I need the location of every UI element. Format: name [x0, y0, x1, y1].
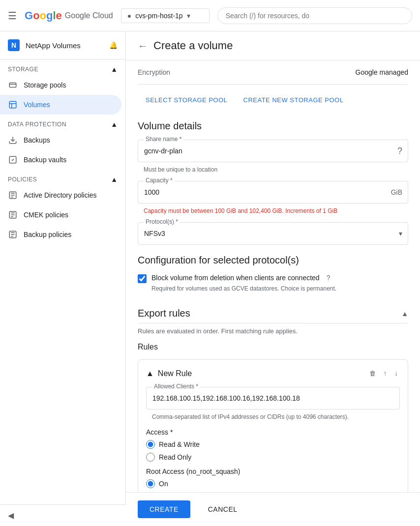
cmek-icon [8, 210, 18, 220]
create-new-storage-pool-tab[interactable]: CREATE NEW STORAGE POOL [236, 92, 352, 109]
page-title: Create a volume [153, 39, 233, 52]
access-title: Access * [146, 428, 400, 436]
active-directory-label: Active Directory policies [24, 191, 97, 199]
share-name-help-icon[interactable]: ? [397, 146, 402, 156]
volumes-item[interactable]: Volumes [0, 95, 121, 115]
menu-icon[interactable]: ☰ [8, 10, 17, 22]
capacity-input[interactable] [138, 181, 408, 204]
root-access-on-radio[interactable] [146, 479, 155, 488]
svg-rect-1 [9, 101, 16, 108]
create-button[interactable]: CREATE [138, 500, 190, 518]
share-name-input[interactable] [138, 140, 408, 162]
rule-up-button[interactable]: ↑ [382, 368, 389, 379]
backup-vaults-label: Backup vaults [24, 156, 66, 164]
export-rules-title: Export rules [138, 308, 190, 319]
rule-card-title: ▲ New Rule [146, 369, 192, 378]
storage-pools-icon [8, 80, 18, 90]
dropdown-icon: ▾ [187, 12, 190, 20]
export-rules-chevron[interactable]: ▲ [401, 310, 408, 318]
capacity-hint: Capacity must be between 100 GiB and 102… [138, 207, 408, 214]
search-input[interactable] [217, 7, 412, 24]
encryption-label: Encryption [138, 68, 170, 76]
configuration-title: Configuration for selected protocol(s) [138, 255, 408, 266]
content-body: Encryption Google managed SELECT STORAGE… [126, 60, 420, 526]
cancel-button[interactable]: CANCEL [196, 500, 249, 518]
protocol-select-wrapper: NFSv3 NFSv4 SMB NFSv3 and SMB ▾ [138, 222, 408, 245]
data-protection-collapse-icon: ▲ [111, 120, 118, 128]
allowed-clients-hint: Comma-separated list of IPv4 addresses o… [146, 413, 400, 420]
share-name-label: Share name * [144, 136, 183, 143]
capacity-field: Capacity * GiB [138, 181, 408, 204]
block-deletion-checkbox[interactable] [138, 274, 147, 283]
share-name-field: Share name * ? [138, 140, 408, 162]
project-selector[interactable]: ● cvs-pm-host-1p ▾ [121, 8, 210, 23]
share-name-hint: Must be unique to a location [138, 166, 408, 173]
sidebar-header: N NetApp Volumes 🔔 [0, 31, 125, 59]
cmek-item[interactable]: CMEK policies [0, 205, 121, 225]
backups-item[interactable]: Backups [0, 130, 121, 150]
select-storage-pool-tab[interactable]: SELECT STORAGE POOL [138, 92, 236, 109]
protocol-select[interactable]: NFSv3 NFSv4 SMB NFSv3 and SMB [138, 222, 408, 245]
backup-policies-icon [8, 230, 18, 239]
data-protection-section-header[interactable]: Data protection ▲ [0, 115, 125, 130]
backups-label: Backups [24, 136, 50, 144]
data-protection-title: Data protection [8, 121, 66, 128]
block-deletion-help-icon[interactable]: ? [327, 274, 330, 282]
volume-details-title: Volume details [138, 120, 408, 132]
read-write-row: Read & Write [146, 440, 400, 449]
root-access-title: Root Access (no_root_squash) [146, 468, 400, 475]
rule-title-text: New Rule [158, 369, 192, 378]
backup-policies-item[interactable]: Backup policies [0, 225, 121, 244]
app-title: NetApp Volumes [26, 41, 81, 50]
read-only-radio[interactable] [146, 453, 155, 462]
backup-vaults-item[interactable]: Backup vaults [0, 150, 121, 170]
storage-pools-item[interactable]: Storage pools [0, 75, 121, 95]
sidebar-collapse-button[interactable]: ◀ [8, 511, 14, 520]
content-area: ← Create a volume Encryption Google mana… [126, 31, 420, 526]
allowed-clients-field: Allowed Clients * [146, 387, 400, 409]
capacity-label: Capacity * [144, 177, 175, 184]
volumes-label: Volumes [24, 101, 50, 109]
read-write-label: Read & Write [159, 440, 200, 448]
export-rules-hint: Rules are evaluated in order. First matc… [138, 327, 408, 335]
active-directory-item[interactable]: Active Directory policies [0, 185, 121, 205]
protocol-field: Protocol(s) * NFSv3 NFSv4 SMB NFSv3 and … [138, 222, 408, 245]
rules-title: Rules [138, 343, 408, 351]
backups-icon [8, 135, 18, 145]
rule-collapse-icon[interactable]: ▲ [146, 369, 154, 378]
storage-section-title: Storage [8, 66, 38, 73]
bell-icon[interactable]: 🔔 [109, 41, 118, 49]
storage-pools-label: Storage pools [24, 81, 66, 89]
rule-down-button[interactable]: ↓ [392, 368, 400, 379]
allowed-clients-input[interactable] [146, 387, 400, 409]
storage-section-header[interactable]: Storage ▲ [0, 59, 125, 75]
export-rules-section: Export rules ▲ Rules are evaluated in or… [138, 300, 408, 515]
svg-rect-0 [9, 83, 16, 88]
back-button[interactable]: ← [138, 40, 148, 52]
block-deletion-row: Block volume from deletion when clients … [138, 274, 408, 283]
volume-details-section: Volume details Share name * ? Must be un… [138, 120, 408, 245]
project-icon: ● [127, 12, 131, 20]
project-name: cvs-pm-host-1p [135, 12, 182, 20]
backup-vaults-icon [8, 155, 18, 165]
content-header: ← Create a volume [126, 31, 420, 60]
rule-delete-button[interactable]: 🗑 [367, 368, 378, 379]
capacity-unit: GiB [391, 188, 402, 196]
backup-policies-label: Backup policies [24, 231, 71, 238]
volumes-icon [8, 100, 18, 110]
block-deletion-hint: Required for volumes used as GCVE datast… [151, 285, 408, 292]
logo-text: Google Cloud [65, 11, 113, 20]
export-rules-header: Export rules ▲ [138, 300, 408, 323]
cmek-label: CMEK policies [24, 211, 68, 219]
active-directory-icon [8, 190, 18, 200]
root-access-on-label: On [159, 480, 168, 488]
app-icon: N [8, 39, 20, 51]
action-bar: CREATE CANCEL [126, 492, 420, 526]
allowed-clients-label: Allowed Clients * [152, 383, 200, 390]
protocol-label: Protocol(s) * [144, 218, 180, 225]
google-cloud-logo: Google Google Cloud [25, 9, 113, 22]
policies-section-header[interactable]: Policies ▲ [0, 170, 125, 185]
storage-pool-tabs: SELECT STORAGE POOL CREATE NEW STORAGE P… [138, 85, 408, 109]
sidebar: N NetApp Volumes 🔔 Storage ▲ Storage poo… [0, 31, 126, 526]
read-write-radio[interactable] [146, 440, 155, 449]
